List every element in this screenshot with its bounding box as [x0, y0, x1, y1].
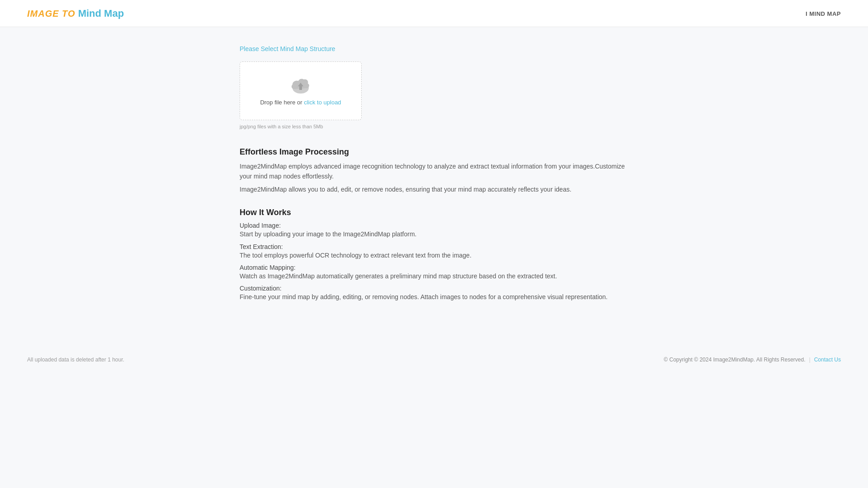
how-it-works-section: How It Works Upload Image:Start by uploa…: [240, 208, 628, 302]
step-title-0: Upload Image:: [240, 222, 628, 229]
steps-list: Upload Image:Start by uploading your ima…: [240, 222, 628, 302]
upload-cloud-icon: [290, 76, 311, 94]
effortless-line2: Image2MindMap allows you to add, edit, o…: [240, 184, 628, 194]
step-desc-1: The tool employs powerful OCR technology…: [240, 250, 628, 260]
effortless-title: Effortless Image Processing: [240, 147, 628, 157]
nav-imindmap[interactable]: I MIND MAP: [806, 10, 841, 17]
footer-right: © Copyright © 2024 Image2MindMap. All Ri…: [664, 357, 841, 363]
select-mindmap-label: Please Select Mind Map Structure: [240, 45, 628, 52]
main-content: Please Select Mind Map Structure Drop fi…: [231, 27, 637, 329]
footer: All uploaded data is deleted after 1 hou…: [0, 347, 868, 372]
upload-dropzone[interactable]: Drop file here or click to upload: [240, 61, 362, 120]
step-desc-3: Fine-tune your mind map by adding, editi…: [240, 292, 628, 302]
how-it-works-title: How It Works: [240, 208, 628, 217]
footer-copyright: © Copyright © 2024 Image2MindMap. All Ri…: [664, 357, 805, 363]
step-title-2: Automatic Mapping:: [240, 264, 628, 271]
main-nav: I MIND MAP: [806, 10, 841, 17]
step-title-3: Customization:: [240, 285, 628, 292]
header: IMAGE TO Mind Map I MIND MAP: [0, 0, 868, 27]
step-desc-0: Start by uploading your image to the Ima…: [240, 229, 628, 239]
effortless-line1: Image2MindMap employs advanced image rec…: [240, 161, 628, 182]
step-desc-2: Watch as Image2MindMap automatically gen…: [240, 271, 628, 281]
footer-data-notice: All uploaded data is deleted after 1 hou…: [27, 357, 124, 363]
effortless-section: Effortless Image Processing Image2MindMa…: [240, 147, 628, 194]
logo-mindmap-part: Mind Map: [78, 8, 124, 19]
footer-divider: |: [809, 357, 811, 363]
step-title-1: Text Extraction:: [240, 243, 628, 250]
logo: IMAGE TO Mind Map: [27, 8, 124, 19]
contact-us-link[interactable]: Contact Us: [814, 357, 841, 363]
click-to-upload-link[interactable]: click to upload: [304, 99, 341, 106]
logo-image-part: IMAGE TO: [27, 9, 75, 19]
upload-hint: jpg/png files with a size less than 5Mb: [240, 124, 628, 129]
upload-text: Drop file here or click to upload: [260, 99, 341, 106]
